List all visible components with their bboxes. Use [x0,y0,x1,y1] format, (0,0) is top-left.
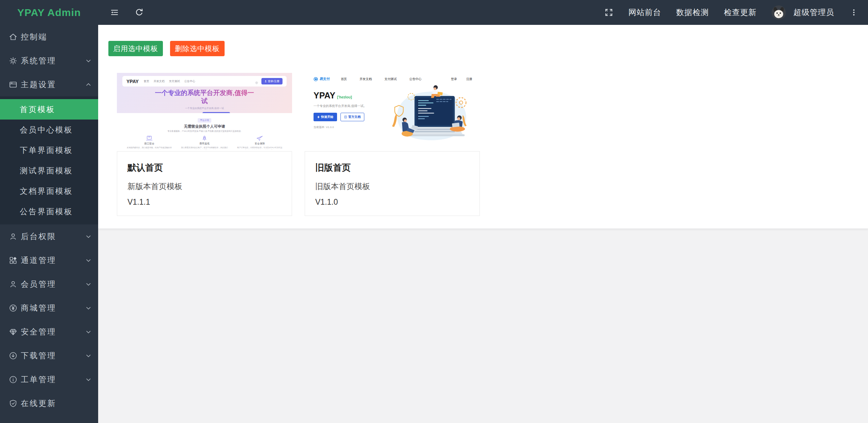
subitem-label: 测试界面模板 [20,166,73,176]
kebab-menu-icon[interactable] [849,8,858,17]
sidebar-item-dashboard[interactable]: 控制端 [0,25,98,49]
preview-brand: YPAY [126,79,139,84]
sidebar-item-label: 控制端 [21,32,92,42]
fullscreen-icon[interactable] [604,8,613,17]
template-card-default-home: YPAY 首页 开发文档 支付测试 公告中心 [117,73,292,216]
preview-login-link: 登录 [451,77,457,81]
sidebar-item-label: 工单管理 [21,374,85,385]
collapse-menu-icon[interactable] [110,8,119,17]
gem-icon [9,327,18,336]
template-preview-default-home[interactable]: YPAY 首页 开发文档 支付测试 公告中心 [117,73,292,150]
sidebar-subitem-member-template[interactable]: 会员中心模板 [0,120,98,140]
subitem-label: 首页模板 [20,104,55,115]
preview-feature-desc: 接口费退直接到自己账户，省去中间商赚差价，因此我们可以给商户提供更低廉的费率. [179,146,230,150]
template-desc: 旧版本首页模板 [315,181,469,192]
preview-hero-subtitle: 一个专业的系统平台开发商,值得一试 [117,107,292,110]
template-card-body[interactable]: 默认首页 新版本首页模板 V1.1.1 [117,151,292,216]
topbar-username[interactable]: 超级管理员 [793,7,834,18]
preview-brand-label: 易支付 [320,77,330,81]
subitem-label: 会员中心模板 [20,125,73,135]
subitem-label: 文档界面模板 [20,186,73,197]
sidebar-item-mall[interactable]: 商城管理 [0,296,98,320]
topbar-link-check-update[interactable]: 检查更新 [724,7,757,18]
preview-feature-title: 资金保障 [234,142,286,145]
preview-docs-label: 官方文档 [348,115,361,119]
sidebar-subitem-doc-template[interactable]: 文档界面模板 [0,181,98,201]
sidebar-item-online-update[interactable]: 在线更新 [0,391,98,415]
preview-auth-links: 登录 注册 [451,77,472,81]
sidebar-item-channel[interactable]: 通道管理 [0,248,98,272]
template-panel: 启用选中模板 删除选中模板 YPAY 首页 开发文档 支付测试 [98,25,868,229]
delete-template-button[interactable]: 删除选中模板 [170,41,225,56]
enable-template-button[interactable]: 启用选中模板 [108,41,163,56]
sidebar-subitem-home-template[interactable]: 首页模板 [0,99,98,120]
preview-hero-left: YPAY ['heɪloʊ] 一个专业的系统平台开发商,值得一试。 快速开始 [305,81,377,150]
sidebar-item-admin-perm[interactable]: 后台权限 [0,224,98,248]
topbar-link-site-front[interactable]: 网站前台 [628,7,661,18]
sidebar-item-member[interactable]: 会员管理 [0,272,98,296]
theme-toggle-icon [255,80,258,83]
sidebar-subitem-order-template[interactable]: 下单界面模板 [0,140,98,160]
user-avatar[interactable] [772,5,786,20]
home-icon [9,32,18,42]
chevron-down-icon [85,233,92,240]
sidebar-item-ticket[interactable]: 工单管理 [0,367,98,391]
user-icon [9,232,18,241]
sidebar-item-label: 下载管理 [21,350,85,361]
sidebar-item-download[interactable]: 下载管理 [0,344,98,367]
preview-nav-link: 首页 [341,77,347,81]
preview-navbar: YPAY 首页 开发文档 支付测试 公告中心 [122,76,287,87]
preview-quick-start-button: 快速开始 [314,113,337,121]
chevron-down-icon [85,257,92,264]
chevron-up-icon [85,81,92,88]
sidebar-item-label: 安全管理 [21,327,85,337]
sidebar-subitem-test-template[interactable]: 测试界面模板 [0,160,98,181]
preview-nav-link: 支付测试 [169,79,180,83]
preview-feature-desc: 商户订单信息，全部加密处理，专业技术24小时实时运维，您的商户安全将得到充分的保… [234,146,286,150]
refresh-icon[interactable] [135,8,144,17]
chevron-down-icon [85,352,92,359]
preview-feature: 接口安全 采用国内服务器，接口稳定传输，给用户快速流畅的体验，安全可靠的服务您的… [123,135,175,150]
sidebar-item-label: 通道管理 [21,255,85,266]
preview-illustration [377,81,480,150]
theme-submenu: 首页模板 会员中心模板 下单界面模板 测试界面模板 文档界面模板 公告界面模板 [0,96,98,224]
template-title: 默认首页 [127,162,281,174]
chevron-down-icon [85,328,92,335]
preview-register-link: 注册 [466,77,472,81]
preview-login-label: 登录/注册 [268,79,279,83]
preview-phonetic: ['heɪloʊ] [337,95,352,99]
subitem-label: 下单界面模板 [20,145,73,156]
template-version: V1.1.0 [315,198,469,207]
chevron-down-icon [85,304,92,312]
sidebar-item-system[interactable]: 系统管理 [0,49,98,73]
template-title: 旧版首页 [315,162,469,174]
preview-brand-logo: 易支付 [314,77,330,81]
sidebar-item-label: 商城管理 [21,303,85,313]
preview-hero-subtitle: 一个专业的系统平台开发商,值得一试。 [314,104,377,108]
preview-nav-link: 开发文档 [360,77,372,81]
sidebar-item-label: 主题设置 [21,79,85,90]
sidebar-subitem-notice-template[interactable]: 公告界面模板 [0,201,98,222]
sidebar-item-theme[interactable]: 主题设置 [0,73,98,96]
preview-feature-desc: 采用国内服务器，接口稳定传输，给用户快速流畅的体验，安全可靠的服务您的每一笔订单… [123,146,175,150]
app-logo: YPAY Admin [0,0,98,25]
preview-nav-link: 支付测试 [384,77,397,81]
preview-feature-title: 接口安全 [123,142,175,145]
template-card-body[interactable]: 旧版首页 旧版本首页模板 V1.1.0 [305,151,480,216]
laptop-icon [123,135,175,141]
preview-feature: 资金保障 商户订单信息，全部加密处理，专业技术24小时实时运维，您的商户安全将得… [234,135,286,150]
subitem-label: 公告界面模板 [20,206,73,217]
preview-hero-title: 一个专业的系统平台开发商,值得一试 [153,89,256,105]
topbar-link-data-check[interactable]: 数据检测 [676,7,709,18]
preview-docs-button: 官方文档 [340,113,364,121]
template-card-old-home: 易支付 首页 开发文档 支付测试 公告中心 登录 注册 [305,73,480,216]
paper-plane-icon [234,135,286,141]
sidebar-item-security[interactable]: 安全管理 [0,320,98,344]
yen-circle-icon [9,303,18,313]
template-preview-old-home[interactable]: 易支付 首页 开发文档 支付测试 公告中心 登录 注册 [305,73,480,150]
preview-title-text: YPAY [314,91,335,100]
preview-navbar: 易支付 首页 开发文档 支付测试 公告中心 登录 注册 [305,73,480,81]
topbar-left [98,8,144,17]
preview-quick-start-label: 快速开始 [321,115,333,119]
preview-version-line: 当前版本: V1.0.0 [314,125,377,129]
